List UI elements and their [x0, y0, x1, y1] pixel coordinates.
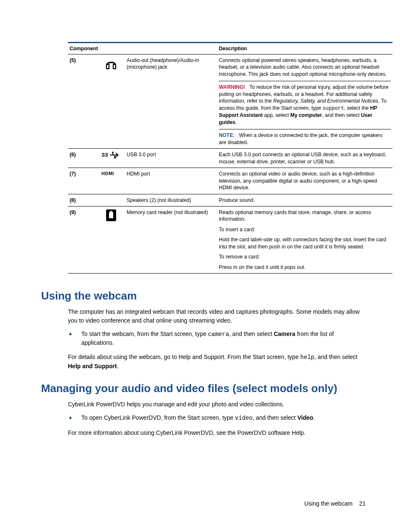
paragraph: For details about using the webcam, go t…: [68, 353, 366, 370]
row-name: USB 3.0 port: [125, 149, 217, 168]
row-description: Connects an optional video or audio devi…: [217, 168, 392, 194]
table-row: (8) Speakers (2) (not illustrated) Produ…: [68, 194, 392, 206]
row-description: Produce sound.: [217, 194, 392, 206]
row-num: (9): [68, 206, 97, 273]
row-name: HDMI port: [125, 168, 217, 194]
header-description: Description: [217, 43, 392, 54]
row-description: Each USB 3.0 port connects an optional U…: [217, 149, 392, 168]
row-name: Audio-out (headphone)/Audio-in (micropho…: [125, 54, 217, 149]
row-num: (5): [68, 54, 97, 149]
header-component: Component: [68, 43, 217, 54]
heading-webcam: Using the webcam: [41, 289, 366, 302]
svg-point-1: [112, 152, 114, 153]
warning-label: WARNING!: [219, 84, 245, 90]
svg-text:HDMI: HDMI: [101, 171, 114, 176]
table-row: (9) Memory card reader (not illustrated)…: [68, 206, 392, 273]
paragraph: The computer has an integrated webcam th…: [68, 307, 366, 325]
row-description: Connects optional powered stereo speaker…: [217, 54, 392, 149]
headphone-icon: [97, 54, 125, 149]
step-item: To start the webcam, from the Start scre…: [68, 330, 366, 347]
row-num: (6): [68, 149, 97, 168]
memory-card-icon: [97, 206, 125, 273]
paragraph: CyberLink PowerDVD helps you manage and …: [68, 400, 366, 408]
usb-ss-icon: SS: [97, 149, 125, 168]
table-row: (7) HDMI HDMI port Connects an optional …: [68, 168, 392, 194]
table-row: (5) Audio-out (headphone)/Audio-in (micr…: [68, 54, 392, 149]
row-name: Speakers (2) (not illustrated): [125, 194, 217, 206]
paragraph: For more information about using CyberLi…: [68, 429, 366, 437]
svg-text:SS: SS: [101, 152, 108, 158]
row-description: Reads optional memory cards that store, …: [217, 206, 392, 273]
row-num: (8): [68, 194, 97, 206]
hdmi-icon: HDMI: [97, 168, 125, 194]
row-num: (7): [68, 168, 97, 194]
svg-rect-2: [114, 157, 116, 158]
components-table: Component Description (5) Audio-out (hea…: [68, 42, 392, 274]
table-row: (6) SS USB 3.0 port Each USB 3.0 port co…: [68, 149, 392, 168]
step-item: To open CyberLink PowerDVD, from the Sta…: [68, 413, 366, 422]
note-label: NOTE:: [219, 132, 235, 138]
page-footer: Using the webcam 21: [304, 500, 366, 507]
row-name: Memory card reader (not illustrated): [125, 206, 217, 273]
heading-managing: Managing your audio and video files (sel…: [41, 382, 366, 395]
